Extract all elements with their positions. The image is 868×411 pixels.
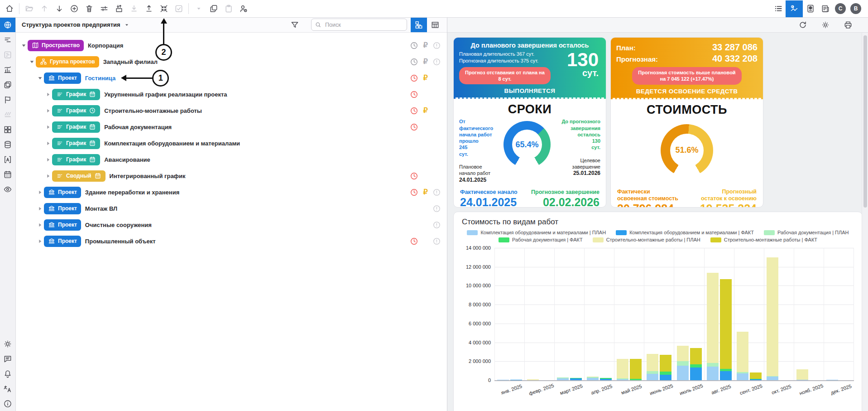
tree-row-name[interactable]: Монтаж ВЛ — [85, 205, 117, 212]
plan-bar[interactable] — [826, 380, 838, 380]
tree-row-name[interactable]: Корпорация — [88, 42, 123, 49]
tree-row[interactable]: ПроектМонтаж ВЛ — [15, 200, 447, 217]
sidebar-item-layers[interactable] — [0, 77, 15, 92]
user-settings-button[interactable] — [236, 1, 251, 16]
tree-row[interactable]: ПроектЗдание переработки и хранения₽ — [15, 184, 447, 200]
list-view-button[interactable] — [771, 1, 786, 16]
arrow-up-icon — [40, 4, 49, 13]
tree-row[interactable]: ПроектОчистные сооружения — [15, 217, 447, 233]
avatar-c[interactable]: C — [835, 3, 846, 14]
expander-closed-icon[interactable] — [44, 156, 52, 164]
sidebar-item-flags[interactable] — [0, 92, 15, 107]
expander-closed-icon[interactable] — [36, 237, 44, 245]
tree-row-name[interactable]: Гостиница — [85, 75, 115, 82]
search-input[interactable] — [324, 21, 403, 29]
avatar-b[interactable]: B — [850, 3, 861, 14]
copy-button[interactable] — [206, 1, 221, 16]
tree-row[interactable]: Группа проектовЗападный филиал₽ — [15, 53, 447, 70]
sidebar-item-charts[interactable] — [0, 62, 15, 77]
bar-segment — [527, 379, 539, 380]
sidebar-item-notifications[interactable] — [0, 366, 15, 381]
tree-row-name[interactable]: Здание переработки и хранения — [85, 189, 179, 196]
plan-bar[interactable] — [647, 354, 658, 380]
search-input-box[interactable] — [311, 19, 407, 31]
fact-bar[interactable] — [660, 355, 671, 380]
vertical-scrollbar[interactable] — [862, 33, 868, 411]
plan-bar[interactable] — [557, 377, 569, 380]
sidebar-item-calendar[interactable] — [0, 167, 15, 182]
expander-open-icon[interactable] — [20, 42, 28, 49]
tree-row-name[interactable]: Укрупненный график реализации проекта — [104, 91, 227, 98]
filter-icon[interactable] — [290, 20, 299, 29]
expander-closed-icon[interactable] — [44, 91, 52, 98]
tree-row-name[interactable]: Западный филиал — [103, 58, 158, 65]
plan-bar[interactable] — [497, 380, 509, 380]
plan-bar[interactable] — [587, 377, 599, 380]
sidebar-item-apps-grid[interactable] — [0, 122, 15, 137]
sidebar-item-visibility[interactable] — [0, 182, 15, 197]
analytics-view-button[interactable] — [786, 0, 803, 17]
plan-bar[interactable] — [707, 273, 719, 380]
upload-button[interactable] — [141, 1, 156, 16]
add-button[interactable] — [67, 1, 82, 16]
tree-title-caret-icon[interactable] — [124, 22, 129, 28]
sidebar-item-database[interactable] — [0, 137, 15, 152]
plan-bar[interactable] — [527, 379, 539, 380]
expander-closed-icon[interactable] — [44, 107, 52, 115]
refresh-icon[interactable] — [795, 18, 810, 32]
sidebar-item-language-translate[interactable] — [0, 381, 15, 396]
expander-closed-icon[interactable] — [44, 172, 52, 180]
fact-bar[interactable] — [690, 348, 702, 380]
print-icon[interactable] — [840, 18, 855, 32]
expander-open-icon[interactable] — [36, 74, 44, 82]
tree-row-name[interactable]: Очистные сооружения — [85, 222, 152, 228]
tree-row-name[interactable]: Промышленный объект — [85, 238, 156, 245]
news-feed-button[interactable] — [818, 1, 833, 16]
plan-bar[interactable] — [796, 369, 808, 380]
archive-button[interactable] — [111, 1, 126, 16]
tree-row-name[interactable]: Рабочая документация — [104, 124, 172, 131]
project-passport-button[interactable] — [803, 1, 818, 16]
sidebar-item-dictionary-a[interactable] — [0, 152, 15, 167]
tree-row[interactable]: ГрафикРабочая документация — [15, 119, 447, 135]
properties-button[interactable] — [96, 1, 111, 16]
tree-row[interactable]: ПроектПромышленный объект — [15, 233, 447, 249]
sidebar-item-comments[interactable] — [0, 351, 15, 366]
expander-closed-icon[interactable] — [44, 140, 52, 147]
tree-row-name[interactable]: Строительно-монтажные работы — [104, 107, 202, 114]
scrollbar-thumb[interactable] — [863, 35, 867, 208]
plan-bar[interactable] — [677, 346, 689, 380]
move-down-button[interactable] — [52, 1, 67, 16]
tree-row-name[interactable]: Комплектация оборудованием и материалами — [104, 140, 240, 147]
tree-row[interactable]: ГрафикСтроительно-монтажные работы₽ — [15, 102, 447, 119]
sidebar-item-about-info[interactable] — [0, 396, 15, 411]
expander-closed-icon[interactable] — [36, 205, 44, 213]
expander-closed-icon[interactable] — [36, 221, 44, 229]
sidebar-item-projects-globe[interactable] — [0, 17, 15, 32]
sidebar-item-structure-levels[interactable] — [0, 32, 15, 47]
tree-row[interactable]: ГрафикУкрупненный график реализации прое… — [15, 86, 447, 102]
tree-view-title[interactable]: Структура проектов предприятия — [22, 21, 120, 28]
tree-row[interactable]: ПроектГостиница₽ — [15, 70, 447, 86]
expander-closed-icon[interactable] — [44, 123, 52, 131]
fact-bar[interactable] — [720, 279, 732, 380]
plan-bar[interactable] — [617, 359, 628, 380]
tree-row[interactable]: ГрафикКомплектация оборудованием и матер… — [15, 135, 447, 151]
fact-bar[interactable] — [630, 359, 642, 380]
tree-row-name[interactable]: Авансирование — [104, 156, 150, 163]
tree-view-toggle[interactable] — [411, 18, 427, 32]
sidebar-item-theme-brightness[interactable] — [0, 336, 15, 351]
settings-gear-icon[interactable] — [818, 18, 833, 32]
expander-closed-icon[interactable] — [36, 189, 44, 196]
tree-row-name[interactable]: Интегрированный график — [110, 173, 186, 179]
expander-open-icon[interactable] — [28, 58, 36, 66]
plan-bar[interactable] — [767, 257, 778, 380]
delete-button[interactable] — [82, 1, 96, 16]
table-view-toggle[interactable] — [427, 18, 443, 32]
tree-row[interactable]: ПространствоКорпорация₽ — [15, 37, 447, 53]
plan-bar[interactable] — [737, 332, 748, 380]
collapse-all-button[interactable] — [156, 1, 171, 16]
home-button[interactable] — [2, 1, 17, 16]
tree-row[interactable]: СводныйИнтегрированный график — [15, 168, 447, 184]
tree-row[interactable]: ГрафикАвансирование — [15, 151, 447, 168]
